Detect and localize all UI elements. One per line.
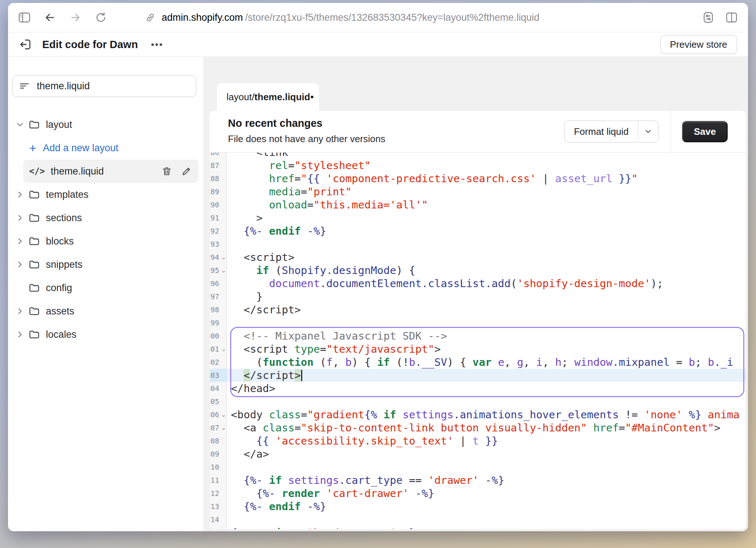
code-line-311[interactable]: 311 {%- if settings.cart_type == 'drawer… [210,474,746,487]
preview-store-button[interactable]: Preview store [660,35,737,54]
code-line-294[interactable]: 294⌄ <script> [210,251,746,264]
code-line-297[interactable]: 297 } [210,290,746,303]
line-number: 306⌄ [210,408,227,421]
line-number: 291 [210,211,227,224]
line-number: 310 [210,461,227,474]
code-line-292[interactable]: 292 {%- endif -%} [210,224,746,238]
code-editor[interactable]: 286 <link287 rel="stylesheet"288 href="{… [210,153,746,529]
extensions-icon[interactable] [702,11,714,24]
code-line-293[interactable]: 293 [210,238,746,251]
code-line-312[interactable]: 312 {%- render 'cart-drawer' -%} [210,487,746,500]
code-line-306[interactable]: 306⌄<body class="gradient{% if settings.… [210,408,746,421]
sidebar-item-locales[interactable]: locales [8,323,204,346]
code-line-308[interactable]: 308 {{ 'accessibility.skip_to_text' | t … [210,434,746,447]
line-number: 311 [210,474,227,487]
code-line-305[interactable]: 305 [210,395,746,408]
unsaved-dot-icon: ● [310,93,314,101]
tab-theme-liquid[interactable]: layout/theme.liquid ● [217,83,319,111]
sidebar-item-config[interactable]: config [8,276,204,300]
chevron-right-icon[interactable] [15,213,25,223]
code-line-309[interactable]: 309 </a> [210,447,746,461]
code-line-302[interactable]: 302 (function (f, b) { if (!b.__SV) { va… [210,356,746,369]
fold-toggle-icon[interactable]: ⌄ [221,253,227,261]
folder-icon [28,235,40,247]
sidebar-item-templates[interactable]: templates [8,183,204,206]
chevron-right-icon[interactable] [15,190,25,199]
line-number: 290 [210,198,227,211]
code-line-303[interactable]: 303 </script> [210,369,746,382]
file-name-label: theme.liquid [51,166,104,177]
browser-toolbar: admin.shopify.com/store/rzq1xu-f5/themes… [8,3,748,32]
file-tree: layout+Add a new layout</>theme.liquidte… [8,113,204,346]
code-line-314[interactable]: 314 [210,513,746,526]
code-line-286[interactable]: 286 <link [210,153,746,159]
chevron-right-icon[interactable] [15,306,25,316]
code-line-288[interactable]: 288 href="{{ 'component-predictive-searc… [210,172,746,185]
reload-icon[interactable] [95,12,107,23]
code-file-icon: </> [29,166,45,176]
fold-toggle-icon[interactable]: ⌄ [221,410,227,418]
save-button[interactable]: Save [682,121,728,142]
line-number: 293 [210,238,227,251]
line-number: 286 [210,153,227,159]
address-bar[interactable]: admin.shopify.com/store/rzq1xu-f5/themes… [145,12,539,23]
line-number: 313 [210,500,227,513]
page-title: Edit code for Dawn [42,39,138,51]
line-number: 294⌄ [210,251,227,264]
chevron-down-icon[interactable] [15,120,25,129]
edit-pencil-icon[interactable] [181,166,192,177]
code-line-298[interactable]: 298 </script> [210,303,746,316]
line-number: 287 [210,159,227,172]
fold-toggle-icon[interactable]: ⌄ [221,423,227,431]
sidebar-item-sections[interactable]: sections [8,206,204,230]
code-line-296[interactable]: 296 document.documentElement.classList.a… [210,277,746,290]
format-liquid-label: Format liquid [564,121,638,142]
folder-icon [28,329,40,340]
code-line-307[interactable]: 307⌄ <a class="skip-to-content-link butt… [210,421,746,434]
exit-icon[interactable] [19,38,32,51]
sidebar-item-assets[interactable]: assets [8,300,204,323]
fold-toggle-icon[interactable]: ⌄ [221,345,227,353]
sidebar-toggle-icon[interactable] [18,12,31,23]
back-button[interactable] [44,12,56,23]
code-line-315[interactable]: 315{% sections 'header-group' %} [210,526,746,529]
sidebar-item-label: templates [46,189,88,200]
forward-button[interactable] [69,12,82,23]
delete-file-button[interactable] [161,166,172,177]
code-line-300[interactable]: 300 <!-- Mixpanel Javascript SDK --> [210,329,746,342]
code-line-310[interactable]: 310 [210,461,746,474]
code-line-290[interactable]: 290 onload="this.media='all'" [210,198,746,211]
chevron-right-icon[interactable] [15,236,25,246]
code-line-313[interactable]: 313 {%- endif -%} [210,500,746,513]
sidebar-item-label: snippets [46,259,83,270]
code-line-304[interactable]: 304</head> [210,382,746,395]
sidebar-item-blocks[interactable]: blocks [8,230,204,253]
version-status-title: No recent changes [228,117,385,129]
sidebar-item-layout[interactable]: layout [8,113,204,136]
code-line-287[interactable]: 287 rel="stylesheet" [210,159,746,172]
code-line-299[interactable]: 299 [210,316,746,329]
rename-file-button[interactable] [181,166,192,177]
fold-toggle-icon[interactable]: ⌄ [221,266,227,274]
add-new-layout-button[interactable]: +Add a new layout [8,136,204,160]
screen: admin.shopify.com/store/rzq1xu-f5/themes… [0,0,756,548]
sidebar-item-theme-liquid[interactable]: </>theme.liquid [23,160,198,183]
tab-file-name: theme.liquid [255,91,310,103]
format-liquid-button[interactable]: Format liquid [564,121,658,142]
code-line-289[interactable]: 289 media="print" [210,185,746,198]
line-number: 296 [210,277,227,290]
more-menu-icon[interactable]: ••• [151,39,164,50]
chevron-down-icon[interactable] [638,121,658,142]
code-line-295[interactable]: 295⌄ if (Shopify.designMode) { [210,264,746,277]
chevron-right-icon[interactable] [15,260,25,269]
code-line-301[interactable]: 301⌄ <script type="text/javascript"> [210,342,746,356]
line-number: 295⌄ [210,264,227,277]
split-view-icon[interactable] [725,12,738,23]
chevron-right-icon[interactable] [15,330,25,339]
sidebar-item-snippets[interactable]: snippets [8,253,204,276]
code-line-291[interactable]: 291 > [210,211,746,224]
line-number: 298 [210,303,227,316]
trash-icon[interactable] [161,166,172,177]
file-search-input[interactable] [36,80,189,92]
file-search-box[interactable] [12,75,196,97]
